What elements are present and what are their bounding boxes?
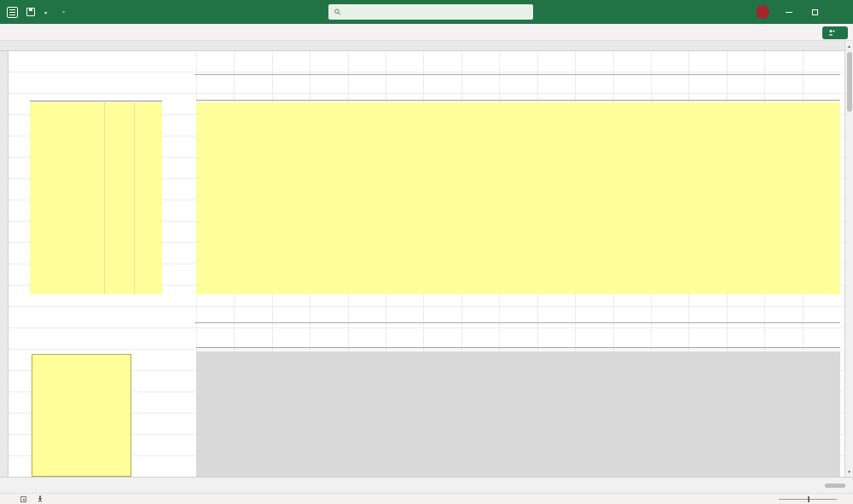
staff-table-header (30, 84, 162, 101)
column-headers (0, 41, 844, 51)
scroll-up-icon[interactable]: ▲ (845, 42, 853, 50)
ribbon-tab-strip (0, 24, 853, 41)
status-bar (0, 493, 853, 504)
employees-year-header (196, 90, 840, 101)
section-divider (194, 74, 840, 75)
search-icon (334, 9, 341, 15)
zoom-control (775, 499, 841, 500)
section-divider (194, 322, 840, 323)
grid-divider (104, 102, 105, 294)
save-icon[interactable] (26, 8, 35, 16)
excel-app-icon (7, 7, 18, 18)
vertical-scrollbar[interactable]: ▲ ▼ (844, 41, 853, 477)
avatar[interactable] (756, 5, 769, 19)
qat-customize-icon[interactable]: ▾ (62, 9, 65, 14)
restore-button[interactable] (802, 0, 827, 24)
tab-options-icon[interactable] (51, 478, 61, 493)
zoom-slider[interactable] (779, 499, 837, 500)
scroll-down-icon[interactable]: ▼ (845, 467, 853, 476)
close-button[interactable] (827, 0, 853, 24)
search-input[interactable] (345, 9, 527, 16)
row-headers (0, 51, 9, 477)
search-box[interactable] (328, 4, 533, 20)
undo-caret-icon[interactable]: ▾ (44, 10, 47, 15)
vertical-scrollbar-thumb[interactable] (847, 52, 852, 112)
minimize-icon (786, 12, 792, 13)
sheet-tab-bar (0, 477, 853, 493)
grid-divider (134, 102, 135, 294)
new-sheet-button[interactable] (36, 478, 51, 493)
undo-icon[interactable]: ▾ (43, 8, 47, 16)
more-sheets-icon[interactable] (22, 478, 36, 493)
annual-salary-table[interactable] (196, 351, 840, 477)
excel-window: ▾ ▾ (0, 0, 853, 504)
share-button[interactable] (822, 26, 848, 39)
tab-scroll-right-icon[interactable] (11, 478, 22, 493)
worksheet-grid[interactable] (0, 51, 844, 477)
macro-record-icon[interactable] (20, 496, 26, 502)
window-controls (776, 0, 853, 24)
minimize-button[interactable] (776, 0, 802, 24)
employees-totals-row[interactable] (196, 294, 840, 305)
salary-year-header (196, 337, 840, 348)
employees-table[interactable] (196, 102, 840, 294)
horizontal-scrollbar-thumb[interactable] (825, 484, 845, 488)
horizontal-scrollbar[interactable] (821, 478, 853, 493)
zoom-slider-thumb[interactable] (808, 496, 809, 502)
restore-icon (812, 9, 818, 15)
staff-assumptions-table[interactable] (30, 102, 162, 294)
title-bar: ▾ ▾ (0, 0, 853, 24)
accessibility-icon (37, 495, 44, 502)
tab-scroll-left-icon[interactable] (0, 478, 11, 493)
base-salaries-categories[interactable] (32, 354, 131, 477)
share-icon (828, 29, 835, 36)
